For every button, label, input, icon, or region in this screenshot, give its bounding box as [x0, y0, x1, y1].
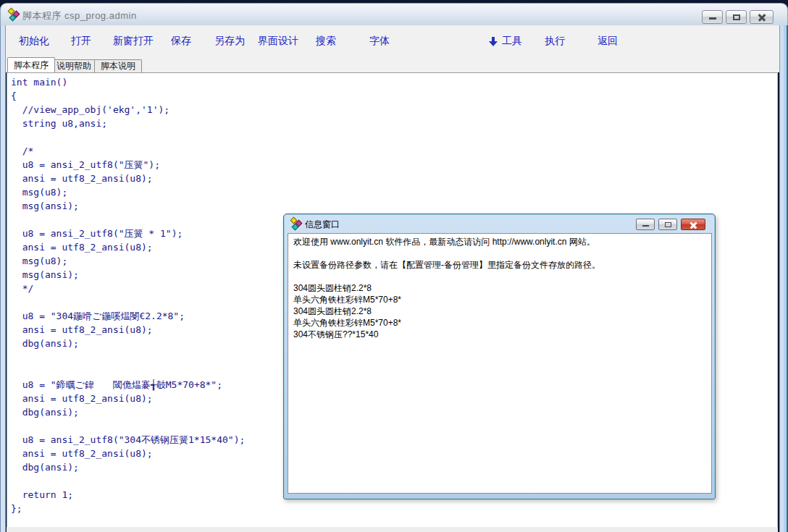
restore-icon [733, 14, 740, 20]
window-bottom-strip [7, 527, 778, 532]
info-message-text: 欢迎使用 www.onlyit.cn 软件作品，最新动态请访问 http://w… [293, 236, 600, 340]
app-diamonds-icon [8, 9, 20, 21]
toolbar-button-open[interactable]: 打开 [71, 35, 91, 48]
popup-maximize-button[interactable] [658, 219, 677, 230]
info-window-title: 信息窗口 [305, 219, 340, 231]
toolbar-button-save-as[interactable]: 另存为 [214, 35, 245, 48]
popup-close-button[interactable] [681, 219, 705, 230]
toolbar-button-ui-design[interactable]: 界面设计 [258, 35, 298, 48]
toolbar-button-init[interactable]: 初始化 [19, 35, 49, 48]
main-titlebar: 脚本程序 csp_prog.admin [0, 3, 788, 25]
toolbar-button-tools-label: 工具 [502, 35, 522, 48]
tab-script-notes[interactable]: 脚本说明 [94, 59, 142, 72]
toolbar: 初始化 打开 新窗打开 保存 另存为 界面设计 搜索 字体 工具 执行 返回 [6, 25, 779, 57]
info-message-area: 欢迎使用 www.onlyit.cn 软件作品，最新动态请访问 http://w… [288, 233, 712, 494]
info-window: 信息窗口 欢迎使用 www.onlyit.cn 软件作品，最新动态请访问 htt… [283, 214, 716, 499]
window-title: 脚本程序 csp_prog.admin [22, 9, 137, 22]
tab-script-program[interactable]: 脚本程序 [7, 57, 55, 72]
minimize-button[interactable] [702, 10, 723, 24]
info-window-titlebar: 信息窗口 [284, 214, 715, 233]
minimize-icon [709, 17, 716, 20]
tab-bar: 脚本程序 说明帮助 脚本说明 [6, 57, 779, 72]
script-program-window: 脚本程序 csp_prog.admin 初始化 打开 新窗打开 保存 另存为 界… [0, 3, 788, 532]
code-editor-text: int main() { //view_app_obj('ekg','1'); … [11, 75, 245, 515]
app-diamonds-icon [290, 218, 303, 230]
toolbar-button-return[interactable]: 返回 [598, 35, 618, 48]
maximize-icon [665, 222, 671, 227]
popup-minimize-button[interactable] [636, 219, 655, 230]
window-frame-left [0, 25, 6, 532]
toolbar-button-open-new[interactable]: 新窗打开 [113, 35, 154, 48]
minimize-icon [642, 225, 649, 227]
toolbar-button-save[interactable]: 保存 [171, 35, 191, 48]
toolbar-button-font[interactable]: 字体 [369, 35, 390, 48]
restore-button[interactable] [726, 10, 747, 24]
tab-help[interactable]: 说明帮助 [50, 59, 98, 72]
toolbar-button-search[interactable]: 搜索 [316, 35, 336, 48]
close-button[interactable] [750, 10, 774, 24]
toolbar-button-tools[interactable]: 工具 [489, 35, 522, 48]
arrow-down-icon [489, 36, 498, 47]
window-frame-right [779, 25, 788, 532]
toolbar-button-execute[interactable]: 执行 [545, 35, 565, 48]
